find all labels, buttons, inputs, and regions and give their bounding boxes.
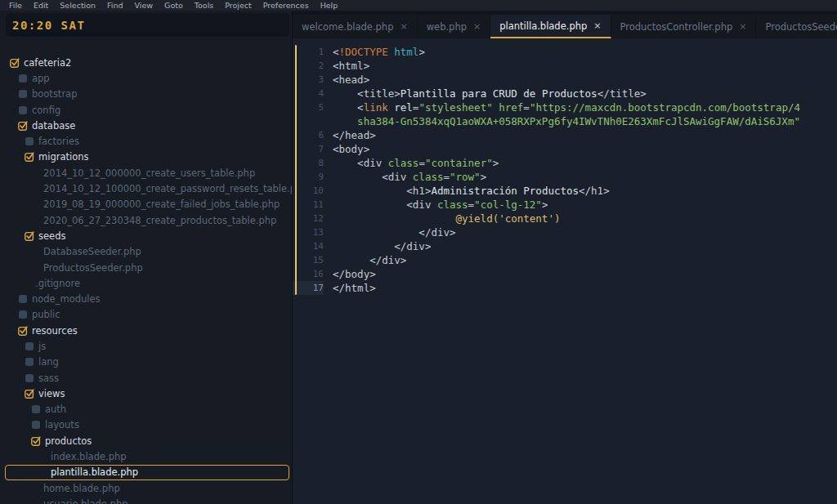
tree-item-usuario-blade-php[interactable]: usuario.blade.php	[0, 496, 292, 504]
folder-closed-icon	[18, 74, 28, 83]
code-text: <!DOCTYPE html>	[324, 45, 425, 59]
folder-closed-icon	[25, 373, 34, 383]
code-text: sha384-Gn5384xqQ1aoWXA+058RXPxPg6fy4IWvT…	[324, 114, 800, 128]
tree-item-2020-06-27-230348-create-productos-table-php[interactable]: 2020_06_27_230348_create_productos_table…	[0, 212, 292, 228]
tree-item-factories[interactable]: factories	[0, 133, 292, 149]
code-line-14: 14 </div>	[293, 239, 837, 253]
code-line-7: 7<body>	[293, 142, 837, 156]
tree-item-sass[interactable]: sass	[0, 370, 292, 386]
tree-item-seeds[interactable]: seeds	[0, 228, 292, 243]
tab-welcome-blade-php[interactable]: welcome.blade.php×	[293, 15, 418, 38]
tree-item-2014-10-12-000000-create-users-table-php[interactable]: 2014_10_12_000000_create_users_table.php	[0, 165, 292, 181]
code-line-17: 17</html>	[293, 281, 837, 295]
editor-column: welcome.blade.php×web.php×plantilla.blad…	[293, 11, 837, 504]
folder-open-checkbox-icon	[31, 436, 41, 446]
code-line-16: 16</body>	[293, 267, 837, 281]
line-number: 1	[293, 45, 324, 59]
folder-open-checkbox-icon	[25, 152, 34, 162]
tree-item-views[interactable]: views	[0, 386, 292, 401]
tab-web-php[interactable]: web.php×	[418, 15, 491, 38]
tree-item-cafeteria2[interactable]: cafeteria2	[0, 55, 292, 70]
tree-item-auth[interactable]: auth	[0, 402, 292, 417]
folder-closed-icon	[18, 105, 28, 115]
tree-item-2014-10-12-100000-create-password-resets-table-php[interactable]: 2014_10_12_100000_create_password_resets…	[0, 181, 292, 196]
tab-label: ProductosController.php	[620, 21, 733, 33]
tree-item-2019-08-19-000000-create-failed-jobs-table-php[interactable]: 2019_08_19_000000_create_failed_jobs_tab…	[0, 197, 292, 212]
line-number: 6	[293, 128, 324, 142]
code-area[interactable]: 1<!DOCTYPE html>2<html>3<head>4 <title>P…	[293, 38, 837, 504]
menu-item-preferences[interactable]: Preferences	[257, 1, 315, 10]
tree-item-label: seeds	[38, 230, 65, 242]
tree-item-layouts[interactable]: layouts	[0, 417, 292, 433]
tree-item-label: node_modules	[32, 293, 101, 305]
tree-item-bootstrap[interactable]: bootstrap	[0, 87, 292, 102]
tree-item-label: js	[38, 341, 46, 352]
tree-item-productosseeder-php[interactable]: ProductosSeeder.php	[0, 260, 292, 275]
clock-text: 20:20 SAT	[12, 19, 85, 32]
menu-item-goto[interactable]: Goto	[159, 1, 189, 10]
code-line-6: 6</head>	[293, 128, 837, 142]
code-line-3: 3<head>	[293, 73, 837, 87]
line-number: 16	[293, 267, 324, 281]
tree-item-public[interactable]: public	[0, 307, 292, 323]
tree-item-index-blade-php[interactable]: index.blade.php	[0, 448, 292, 464]
menu-item-tools[interactable]: Tools	[189, 1, 219, 10]
menu-item-project[interactable]: Project	[219, 1, 257, 10]
tab-label: plantilla.blade.php	[499, 20, 587, 32]
code-line-12: 12 @yield('content')	[293, 212, 837, 225]
folder-closed-icon	[18, 294, 28, 304]
menu-item-selection[interactable]: Selection	[54, 1, 101, 10]
tree-item-gitignore[interactable]: .gitignore	[0, 275, 292, 291]
menu-item-view[interactable]: View	[129, 1, 159, 10]
menu-item-file[interactable]: File	[3, 1, 28, 10]
tab-plantilla-blade-php[interactable]: plantilla.blade.php×	[490, 15, 611, 38]
tree-item-label: app	[32, 73, 50, 84]
tab-bar: welcome.blade.php×web.php×plantilla.blad…	[293, 11, 837, 38]
code-text: </div>	[324, 253, 406, 267]
code-text: </div>	[324, 225, 456, 239]
close-icon[interactable]: ×	[400, 22, 407, 31]
tree-item-app[interactable]: app	[0, 70, 292, 86]
tree-item-plantilla-blade-php[interactable]: plantilla.blade.php	[0, 465, 292, 480]
code-line-wrap: sha384-Gn5384xqQ1aoWXA+058RXPxPg6fy4IWvT…	[293, 114, 837, 128]
tree-item-resources[interactable]: resources	[0, 323, 292, 338]
tab-productosseeder-php[interactable]: ProductosSeeder.php×	[756, 15, 837, 38]
tree-item-label: auth	[45, 404, 66, 415]
menu-item-find[interactable]: Find	[101, 1, 128, 10]
tree-item-label: migrations	[38, 151, 89, 163]
tab-label: welcome.blade.php	[302, 21, 393, 33]
folder-closed-icon	[25, 341, 34, 351]
close-icon[interactable]: ×	[473, 22, 481, 31]
line-number: 3	[293, 73, 324, 87]
folder-closed-icon	[31, 420, 41, 430]
tab-productoscontroller-php[interactable]: ProductosController.php×	[611, 15, 757, 38]
menu-item-edit[interactable]: Edit	[28, 1, 54, 10]
tree-item-lang[interactable]: lang	[0, 355, 292, 370]
code-lines: 1<!DOCTYPE html>2<html>3<head>4 <title>P…	[293, 45, 837, 295]
tree-item-label: index.blade.php	[51, 451, 127, 462]
code-line-10: 10 <h1>Administración Productos</h1>	[293, 184, 837, 198]
tree-item-js[interactable]: js	[0, 338, 292, 354]
tree-item-label: ProductosSeeder.php	[43, 262, 143, 274]
menu-item-help[interactable]: Help	[315, 1, 344, 10]
code-text: <div class="container">	[324, 156, 499, 170]
tree-item-databaseseeder-php[interactable]: DatabaseSeeder.php	[0, 244, 292, 260]
code-line-8: 8 <div class="container">	[293, 156, 837, 170]
close-icon[interactable]: ×	[593, 21, 601, 30]
tree-item-config[interactable]: config	[0, 102, 292, 118]
code-text: </div>	[324, 239, 431, 253]
tree-item-label: bootstrap	[32, 88, 77, 100]
tree-item-migrations[interactable]: migrations	[0, 149, 292, 165]
tree-item-home-blade-php[interactable]: home.blade.php	[0, 480, 292, 496]
tree-item-label: factories	[38, 136, 79, 147]
tree-item-productos[interactable]: productos	[0, 433, 292, 448]
tree-item-database[interactable]: database	[0, 118, 292, 133]
code-text: </html>	[324, 281, 376, 295]
code-line-2: 2<html>	[293, 59, 837, 73]
tree-item-node-modules[interactable]: node_modules	[0, 291, 292, 306]
tab-label: ProductosSeeder.php	[765, 21, 837, 33]
tree-item-label: config	[32, 105, 60, 116]
close-icon[interactable]: ×	[739, 22, 746, 31]
tree-item-label: public	[32, 309, 60, 320]
clock-panel: 20:20 SAT	[6, 13, 289, 37]
